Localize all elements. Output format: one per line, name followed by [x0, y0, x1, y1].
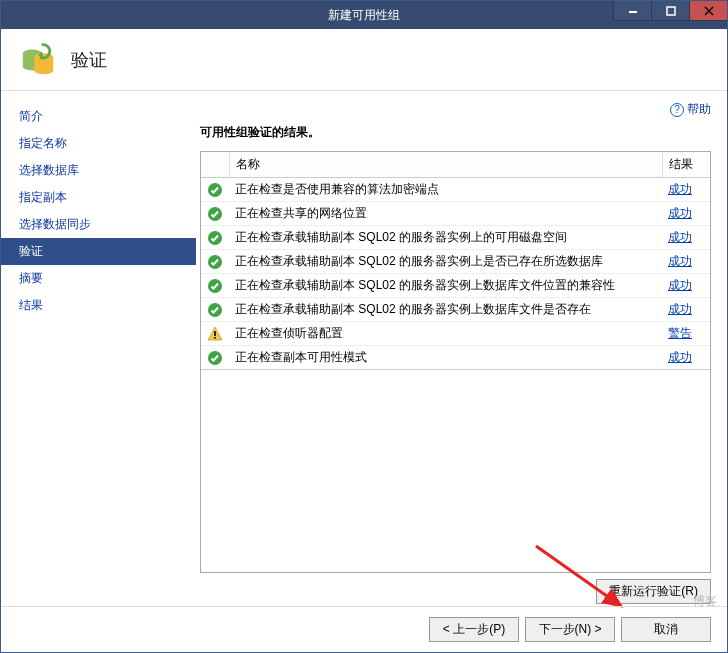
row-result-link[interactable]: 成功: [662, 202, 710, 226]
maximize-button[interactable]: [651, 1, 689, 21]
nav-intro[interactable]: 简介: [1, 103, 196, 130]
result-heading: 可用性组验证的结果。: [200, 124, 711, 141]
success-icon: [207, 254, 223, 270]
row-name: 正在检查侦听器配置: [229, 322, 662, 346]
table-row: 正在检查共享的网络位置成功: [201, 202, 710, 226]
table-row: 正在检查承载辅助副本 SQL02 的服务器实例上的可用磁盘空间成功: [201, 226, 710, 250]
cancel-button[interactable]: 取消: [621, 617, 711, 642]
nav-select-db[interactable]: 选择数据库: [1, 157, 196, 184]
success-icon: [207, 182, 223, 198]
content: ? 帮助 可用性组验证的结果。 名称 结果 正在检查是否使用兼容的算法加密端点成…: [196, 91, 727, 606]
svg-rect-15: [214, 337, 216, 339]
header: 验证: [1, 29, 727, 91]
row-name: 正在检查共享的网络位置: [229, 202, 662, 226]
database-icon: [19, 41, 57, 79]
table-row: 正在检查承载辅助副本 SQL02 的服务器实例上数据库文件位置的兼容性成功: [201, 274, 710, 298]
prev-button[interactable]: < 上一步(P): [429, 617, 519, 642]
svg-rect-1: [667, 7, 675, 15]
success-icon: [207, 230, 223, 246]
page-title: 验证: [71, 48, 107, 72]
success-icon: [207, 278, 223, 294]
validation-table: 名称 结果 正在检查是否使用兼容的算法加密端点成功正在检查共享的网络位置成功正在…: [200, 151, 711, 573]
help-link[interactable]: ? 帮助: [670, 101, 711, 118]
row-result-link[interactable]: 成功: [662, 178, 710, 202]
col-status: [201, 152, 229, 178]
row-result-link[interactable]: 成功: [662, 226, 710, 250]
window-controls: [613, 1, 727, 21]
row-result-link[interactable]: 成功: [662, 298, 710, 322]
row-result-link[interactable]: 成功: [662, 250, 710, 274]
table-row: 正在检查承载辅助副本 SQL02 的服务器实例上数据库文件是否存在成功: [201, 298, 710, 322]
next-button[interactable]: 下一步(N) >: [525, 617, 615, 642]
svg-rect-14: [214, 331, 216, 336]
rerun-validation-button[interactable]: 重新运行验证(R): [596, 579, 711, 604]
nav-result[interactable]: 结果: [1, 292, 196, 319]
row-name: 正在检查是否使用兼容的算法加密端点: [229, 178, 662, 202]
warning-icon: [207, 326, 223, 342]
table-row: 正在检查是否使用兼容的算法加密端点成功: [201, 178, 710, 202]
row-name: 正在检查承载辅助副本 SQL02 的服务器实例上数据库文件位置的兼容性: [229, 274, 662, 298]
row-result-link[interactable]: 警告: [662, 322, 710, 346]
help-label: 帮助: [687, 101, 711, 118]
help-icon: ?: [670, 103, 684, 117]
sidebar: 简介 指定名称 选择数据库 指定副本 选择数据同步 验证 摘要 结果: [1, 91, 196, 606]
table-row: 正在检查侦听器配置警告: [201, 322, 710, 346]
nav-specify-replica[interactable]: 指定副本: [1, 184, 196, 211]
table-row: 正在检查承载辅助副本 SQL02 的服务器实例上是否已存在所选数据库成功: [201, 250, 710, 274]
col-result: 结果: [662, 152, 710, 178]
success-icon: [207, 206, 223, 222]
close-button[interactable]: [689, 1, 727, 21]
success-icon: [207, 350, 223, 366]
col-name: 名称: [229, 152, 662, 178]
titlebar: 新建可用性组: [1, 1, 727, 29]
row-name: 正在检查承载辅助副本 SQL02 的服务器实例上的可用磁盘空间: [229, 226, 662, 250]
row-result-link[interactable]: 成功: [662, 274, 710, 298]
nav-summary[interactable]: 摘要: [1, 265, 196, 292]
row-name: 正在检查承载辅助副本 SQL02 的服务器实例上是否已存在所选数据库: [229, 250, 662, 274]
row-name: 正在检查承载辅助副本 SQL02 的服务器实例上数据库文件是否存在: [229, 298, 662, 322]
minimize-button[interactable]: [613, 1, 651, 21]
footer: < 上一步(P) 下一步(N) > 取消 博客: [1, 606, 727, 652]
nav-validate[interactable]: 验证: [1, 238, 196, 265]
success-icon: [207, 302, 223, 318]
row-name: 正在检查副本可用性模式: [229, 346, 662, 370]
wizard-window: 新建可用性组 验证 简介 指定名称 选择数据库 指定副本 选择数据同步: [0, 0, 728, 653]
nav-specify-name[interactable]: 指定名称: [1, 130, 196, 157]
row-result-link[interactable]: 成功: [662, 346, 710, 370]
table-row: 正在检查副本可用性模式成功: [201, 346, 710, 370]
nav-select-sync[interactable]: 选择数据同步: [1, 211, 196, 238]
body: 简介 指定名称 选择数据库 指定副本 选择数据同步 验证 摘要 结果 ? 帮助 …: [1, 91, 727, 606]
